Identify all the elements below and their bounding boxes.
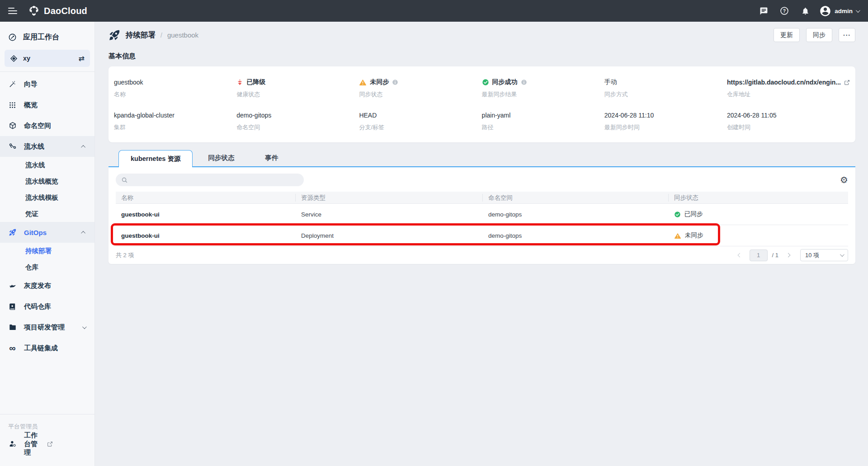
table-row-highlighted[interactable]: guestbook-ui Deployment demo-gitops 未同步	[116, 225, 848, 246]
page-number-input[interactable]: 1	[750, 249, 768, 261]
switch-workspace-icon[interactable]: ⇄	[79, 54, 85, 63]
success-check-icon	[482, 79, 489, 86]
sidebar-section-workbench: 应用工作台	[0, 30, 94, 44]
info-field-last-sync-time: 2024-06-28 11:10 最新同步时间	[604, 111, 727, 132]
info-icon[interactable]	[392, 79, 398, 85]
info-field-path: plain-yaml 路径	[482, 111, 604, 132]
chevron-down-icon	[856, 8, 860, 13]
search-field[interactable]	[132, 177, 298, 184]
gear-icon[interactable]: ⚙	[840, 175, 848, 184]
table-footer: 共 2 项 1 / 1 10 项	[108, 246, 855, 264]
sidebar: 应用工作台 xy ⇄ 向导 概览 命名空间	[0, 22, 95, 466]
update-button[interactable]: 更新	[774, 28, 800, 42]
search-icon	[121, 177, 128, 184]
admin-person-icon	[8, 440, 17, 448]
workspace-selector[interactable]: xy ⇄	[5, 50, 90, 67]
divider	[0, 414, 94, 414]
platform-role-label: 平台管理员	[0, 416, 94, 431]
sidebar-item-code-repo[interactable]: 代码仓库	[0, 296, 94, 317]
info-icon[interactable]	[521, 79, 527, 85]
infinity-icon: ∞	[8, 345, 17, 351]
sidebar-item-overview[interactable]: 概览	[0, 94, 94, 115]
rocket-icon	[108, 29, 121, 41]
info-field-sync-mode: 手动 同步方式	[604, 78, 727, 99]
sidebar-item-workbench-admin[interactable]: 工作台管理	[0, 433, 94, 454]
table-row[interactable]: guestbook-ui Service demo-gitops 已同步	[116, 204, 848, 225]
warning-triangle-icon	[359, 79, 367, 86]
tab-events[interactable]: 事件	[250, 150, 293, 166]
workspace-name: xy	[23, 55, 73, 62]
workbench-icon	[8, 33, 17, 42]
info-field-health: 已降级 健康状态	[236, 78, 359, 99]
next-page-button[interactable]	[783, 250, 793, 260]
sidebar-item-project-management[interactable]: 项目研发管理	[0, 317, 94, 338]
info-field-sync-result: 同步成功 最新同步结果	[482, 78, 604, 99]
username: admin	[835, 8, 853, 14]
info-field-sync-status: 未同步 同步状态	[359, 78, 481, 99]
chevron-down-icon	[82, 325, 87, 329]
external-link-icon	[47, 441, 53, 447]
brand-name: DaoCloud	[44, 6, 87, 16]
menu-toggle-icon[interactable]	[8, 8, 17, 14]
column-header-name[interactable]: 名称	[116, 194, 296, 202]
column-header-type[interactable]: 资源类型	[296, 194, 483, 202]
wand-icon	[8, 80, 17, 88]
synced-check-icon	[674, 211, 681, 218]
sidebar-item-pipeline[interactable]: 流水线	[0, 157, 94, 173]
basic-info-title: 基本信息	[108, 52, 855, 61]
pipeline-icon	[8, 142, 17, 151]
breadcrumb: 持续部署 / guestbook	[108, 29, 198, 41]
breadcrumb-parent[interactable]: 持续部署	[126, 30, 156, 40]
resources-panel: ⚙ 名称 资源类型 命名空间 同步状态 guestbook-ui Service…	[108, 167, 855, 264]
sidebar-footer: 平台管理员 工作台管理	[0, 410, 94, 466]
prev-page-button[interactable]	[735, 250, 745, 260]
chevron-up-icon	[81, 145, 85, 149]
sidebar-item-gitops-group[interactable]: GitOps	[0, 222, 94, 243]
repo-url-text[interactable]: https://gitlab.daocloud.cn/ndx/engin...	[727, 79, 841, 86]
info-field-create-time: 2024-06-28 11:05 创建时间	[727, 111, 850, 132]
sidebar-item-pipeline-overview[interactable]: 流水线概览	[0, 173, 94, 189]
page-size-select[interactable]: 10 项	[800, 249, 848, 261]
help-icon[interactable]: ?	[778, 4, 791, 18]
feedback-icon[interactable]	[757, 4, 770, 18]
info-field-repo-url: https://gitlab.daocloud.cn/ndx/engin... …	[727, 78, 850, 99]
sync-button[interactable]: 同步	[806, 28, 832, 42]
bird-icon	[8, 282, 17, 290]
sidebar-item-repository[interactable]: 仓库	[0, 259, 94, 275]
tab-sync-status[interactable]: 同步状态	[193, 150, 250, 166]
search-input[interactable]	[116, 174, 304, 186]
grid-dots-icon	[8, 101, 17, 109]
info-field-namespace: demo-gitops 命名空间	[236, 111, 359, 132]
external-link-icon[interactable]	[844, 80, 850, 85]
info-field-branch: HEAD 分支/标签	[359, 111, 481, 132]
sidebar-item-wizard[interactable]: 向导	[0, 74, 94, 94]
sidebar-item-continuous-deployment[interactable]: 持续部署	[0, 243, 94, 259]
folder-icon	[8, 323, 17, 331]
sidebar-item-credentials[interactable]: 凭证	[0, 206, 94, 222]
out-of-sync-warning-icon	[674, 232, 681, 239]
basic-info-card: guestbook 名称 已降级 健康状态 未同步	[108, 66, 855, 142]
sidebar-item-namespace[interactable]: 命名空间	[0, 115, 94, 136]
column-header-namespace[interactable]: 命名空间	[483, 194, 669, 202]
sidebar-item-pipeline-group[interactable]: 流水线	[0, 136, 94, 157]
total-pages-label: / 1	[772, 252, 778, 259]
tab-kubernetes-resources[interactable]: kubernetes 资源	[118, 150, 193, 167]
sidebar-item-pipeline-template[interactable]: 流水线模板	[0, 189, 94, 206]
brand-logo[interactable]: DaoCloud	[28, 5, 87, 17]
chevron-down-icon	[840, 252, 844, 257]
main-content: 持续部署 / guestbook 更新 同步 ··· 基本信息 guestboo…	[95, 22, 868, 466]
sidebar-item-toolchain[interactable]: ∞ 工具链集成	[0, 338, 94, 358]
total-count: 共 2 项	[116, 251, 134, 259]
sidebar-item-gray-release[interactable]: 灰度发布	[0, 275, 94, 296]
user-menu[interactable]: admin	[819, 5, 859, 17]
notifications-bell-icon[interactable]	[798, 4, 812, 18]
pagination: 1 / 1 10 项	[735, 249, 848, 261]
rocket-icon	[8, 228, 17, 236]
status-badge: 已同步	[674, 210, 843, 218]
workbench-label: 应用工作台	[23, 33, 59, 42]
tab-bar: kubernetes 资源 同步状态 事件	[108, 150, 855, 167]
more-actions-button[interactable]: ···	[839, 28, 855, 42]
divider	[0, 71, 94, 72]
column-header-sync-status[interactable]: 同步状态	[669, 194, 848, 202]
workspace-icon	[10, 55, 18, 62]
